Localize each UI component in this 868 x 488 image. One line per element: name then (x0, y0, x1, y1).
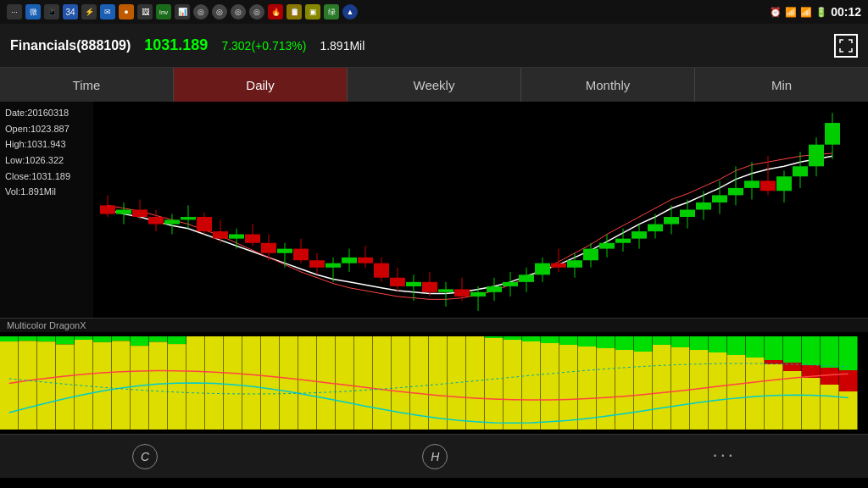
tab-weekly[interactable]: Weekly (348, 68, 521, 102)
indicator-area[interactable] (0, 332, 868, 434)
stock-volume: 1.891Mil (320, 39, 364, 53)
status-icon-orange: ● (119, 4, 134, 19)
label-open: Open:1023.887 (5, 121, 88, 137)
wifi-icon: 📶 (785, 7, 797, 18)
label-vol: Vol:1.891Mil (5, 184, 88, 200)
status-icon-34: 34 (63, 4, 78, 19)
stock-price: 1031.189 (144, 36, 208, 54)
tab-min[interactable]: Min (695, 68, 868, 102)
status-icon-chrome2: ◎ (212, 4, 227, 19)
status-icon-img: 🖼 (137, 4, 153, 19)
status-time: 00:12 (831, 5, 861, 19)
status-icon-wechat: 微 (25, 4, 41, 19)
status-icon-chart: 📊 (175, 4, 190, 19)
status-icon-blue2: ▲ (342, 4, 358, 19)
label-date: Date:20160318 (5, 105, 88, 121)
more-dots: ··· (713, 444, 736, 466)
bottom-bar: C H ··· (0, 434, 868, 478)
indicator-label: Multicolor DragonX (0, 318, 868, 332)
status-icon-msg: ··· (7, 4, 22, 19)
c-button-circle: C (132, 444, 158, 469)
label-high: High:1031.943 (5, 136, 88, 152)
status-icon-chrome4: ◎ (249, 4, 264, 19)
stock-change: 7.302(+0.713%) (221, 39, 306, 53)
tab-monthly[interactable]: Monthly (521, 68, 695, 102)
label-low: Low:1026.322 (5, 152, 88, 169)
status-icon-chrome3: ◎ (231, 4, 246, 19)
status-icon-phone: 📱 (44, 4, 59, 19)
tab-daily[interactable]: Daily (174, 68, 348, 102)
tab-time[interactable]: Time (0, 68, 174, 102)
status-icon-chrome1: ◎ (193, 4, 209, 19)
candle-canvas (93, 102, 868, 318)
chart-labels: Date:20160318 Open:1023.887 High:1031.94… (0, 102, 93, 318)
status-icon-green2: 绿 (324, 4, 339, 19)
signal-icon: 📶 (800, 7, 812, 18)
status-icon-clip: 📋 (287, 4, 302, 19)
status-icons-left: ··· 微 📱 34 ⚡ ✉ ● 🖼 Inv 📊 ◎ ◎ ◎ ◎ 🔥 📋 ▣ 绿… (7, 4, 358, 19)
battery-icon: 🔋 (815, 7, 827, 18)
status-icon-mail: ✉ (100, 4, 115, 19)
c-button[interactable]: C (132, 444, 158, 469)
candlestick-chart[interactable] (93, 102, 868, 318)
label-close: Close:1031.189 (5, 169, 88, 185)
expand-button[interactable] (834, 34, 858, 58)
stock-title: Financials(888109) (10, 38, 131, 53)
status-icon-red: 🔥 (268, 4, 283, 19)
h-button[interactable]: H (422, 444, 448, 469)
alarm-icon: ⏰ (770, 7, 782, 18)
status-icon-yellow2: ▣ (305, 4, 320, 19)
header: Financials(888109) 1031.189 7.302(+0.713… (0, 24, 868, 68)
status-icon-usb: ⚡ (81, 4, 97, 19)
status-icons-right: ⏰ 📶 📶 🔋 00:12 (770, 5, 861, 19)
more-button[interactable]: ··· (713, 444, 736, 469)
status-bar: ··· 微 📱 34 ⚡ ✉ ● 🖼 Inv 📊 ◎ ◎ ◎ ◎ 🔥 📋 ▣ 绿… (0, 0, 868, 24)
indicator-canvas (0, 332, 868, 434)
chart-area: Date:20160318 Open:1023.887 High:1031.94… (0, 102, 868, 318)
chart-tabs: Time Daily Weekly Monthly Min (0, 68, 868, 102)
status-icon-inv: Inv (156, 4, 171, 19)
h-button-circle: H (422, 444, 448, 469)
